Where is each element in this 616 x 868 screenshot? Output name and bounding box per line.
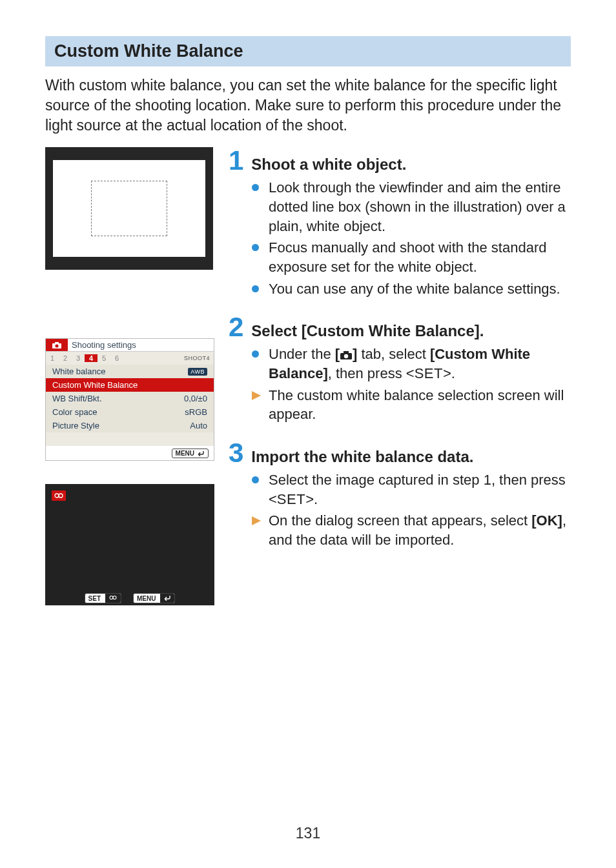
page-number: 131 (0, 825, 616, 842)
menu-header: Shooting settings (46, 339, 214, 352)
cwb-icon (105, 594, 121, 603)
intro-text: With custom white balance, you can set t… (45, 76, 571, 136)
step-item-result: On the dialog screen that appears, selec… (252, 511, 571, 549)
content-area: Shooting settings 1 2 3 4 5 6 SHOOT4 Whi… (45, 147, 571, 550)
set-label: SET (277, 491, 305, 507)
svg-point-2 (55, 344, 58, 347)
set-pill: SET (85, 593, 121, 603)
awb-badge: AWB (188, 368, 207, 376)
step-title: Shoot a white object. (251, 156, 406, 174)
text: >. (305, 491, 318, 507)
text: , then press < (328, 365, 415, 381)
menu-tab: 1 (46, 354, 59, 362)
menu-row-wb-shift: WB Shift/Bkt. 0,0/±0 (46, 392, 214, 405)
return-icon (160, 594, 174, 603)
svg-point-3 (55, 494, 59, 498)
viewfinder-illustration (45, 147, 213, 270)
svg-rect-8 (344, 351, 349, 354)
row-label: WB Shift/Bkt. (52, 394, 102, 403)
step-item: You can use any of the white balance set… (252, 279, 571, 299)
row-value: sRGB (185, 407, 207, 417)
bold: [OK] (531, 512, 562, 529)
step-number: 1 (229, 147, 243, 174)
step-title: Select [Custom White Balance]. (251, 322, 484, 340)
import-wb-screenshot: SET MENU (45, 484, 214, 605)
camera-icon (46, 339, 68, 351)
row-label: Color space (52, 407, 97, 417)
menu-tab: 6 (110, 354, 123, 362)
menu-label: MENU (176, 450, 194, 457)
row-value: 0,0/±0 (184, 394, 207, 403)
step-item: Look through the viewfinder and aim the … (252, 178, 571, 236)
menu-title: Shooting settings (68, 340, 136, 350)
set-label: SET (88, 595, 101, 602)
text: >. (443, 365, 455, 381)
menu-tab: 5 (98, 354, 110, 362)
section-title: Custom White Balance (45, 36, 571, 66)
svg-point-9 (344, 354, 348, 358)
svg-point-5 (110, 596, 113, 600)
steps-column: 1 Shoot a white object. Look through the… (229, 147, 571, 550)
step-number: 2 (229, 314, 243, 341)
menu-pill: MENU (133, 593, 175, 603)
return-icon (197, 450, 205, 456)
text: Under the (269, 346, 335, 362)
step-2: 2 Select [Custom White Balance]. Under t… (229, 314, 571, 424)
set-label: SET (415, 365, 443, 381)
menu-tab: 2 (59, 354, 72, 362)
step-item: Focus manually and shoot with the standa… (252, 238, 571, 276)
step-item: Select the image captured in step 1, the… (252, 470, 571, 509)
step-3: 3 Import the white balance data. Select … (229, 439, 571, 550)
camera-icon (340, 350, 353, 360)
menu-pill: MENU (172, 449, 209, 458)
screenshot-bottom-bar: SET MENU (45, 591, 214, 605)
step-1: 1 Shoot a white object. Look through the… (229, 147, 571, 298)
row-label: Picture Style (52, 421, 99, 430)
menu-screenshot: Shooting settings 1 2 3 4 5 6 SHOOT4 Whi… (45, 338, 214, 461)
row-label: Custom White Balance (52, 380, 138, 390)
menu-tab: 3 (72, 354, 85, 362)
row-value: Auto (190, 421, 207, 430)
menu-row-white-balance: White balance AWB (46, 365, 214, 378)
text: On the dialog screen that appears, selec… (269, 512, 531, 529)
shoot4-label: SHOOT4 (184, 355, 210, 361)
step-title: Import the white balance data. (251, 448, 473, 466)
dotted-target-box (91, 181, 167, 236)
step-number: 3 (229, 439, 243, 467)
menu-tabs: 1 2 3 4 5 6 SHOOT4 (46, 352, 214, 365)
text: tab, select (357, 346, 430, 362)
menu-row-color-space: Color space sRGB (46, 405, 214, 419)
svg-point-4 (59, 494, 63, 498)
menu-row-picture-style: Picture Style Auto (46, 419, 214, 432)
svg-rect-1 (55, 342, 59, 344)
menu-label: MENU (137, 595, 156, 602)
svg-point-6 (113, 596, 116, 600)
step-item: Under the [] tab, select [Custom White B… (252, 345, 571, 383)
menu-tab-active: 4 (85, 354, 98, 362)
cwb-badge-icon (52, 490, 66, 501)
bold: [] (335, 346, 358, 362)
row-label: White balance (52, 367, 105, 376)
menu-footer: MENU (46, 446, 214, 460)
step-item-result: The custom white balance selection scree… (252, 386, 571, 424)
menu-row-custom-wb: Custom White Balance (46, 378, 214, 392)
menu-empty-row (46, 432, 214, 446)
